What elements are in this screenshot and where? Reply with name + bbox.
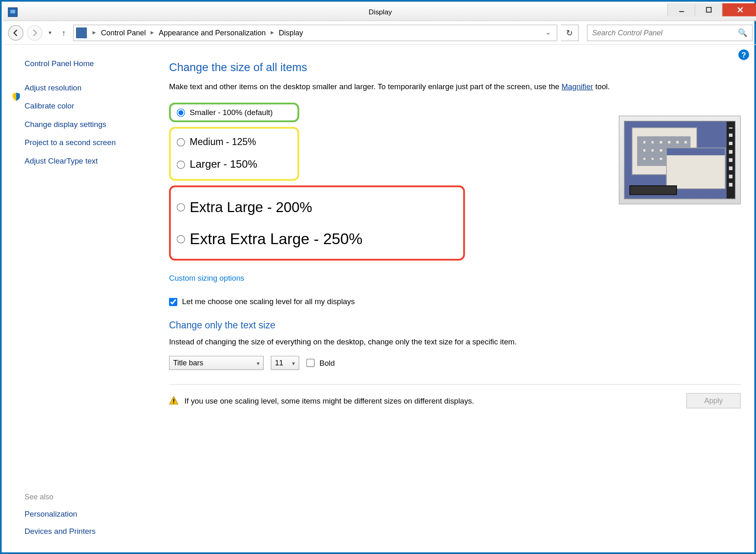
radio-extra-extra-large-250[interactable]: Extra Extra Large - 250% xyxy=(177,230,457,248)
maximize-button[interactable] xyxy=(695,3,722,16)
chevron-right-icon: ▸ xyxy=(268,29,276,37)
shield-icon xyxy=(12,92,21,102)
up-button[interactable]: ↑ xyxy=(58,27,70,39)
bold-checkbox[interactable] xyxy=(306,359,315,367)
see-also-header: See also xyxy=(25,493,96,501)
item-dropdown[interactable]: Title bars xyxy=(169,356,264,370)
sidebar-home[interactable]: Control Panel Home xyxy=(25,59,161,68)
breadcrumb-control-panel[interactable]: Control Panel xyxy=(100,28,147,37)
app-icon xyxy=(8,7,18,16)
svg-rect-1 xyxy=(706,7,711,12)
titlebar: Display xyxy=(3,3,756,21)
apply-button[interactable]: Apply xyxy=(686,393,741,409)
refresh-button[interactable]: ↻ xyxy=(561,24,579,41)
page-heading: Change the size of all items xyxy=(169,61,741,74)
sidebar-adjust-resolution[interactable]: Adjust resolution xyxy=(25,83,161,92)
radio-smaller-100[interactable]: Smaller - 100% (default) xyxy=(177,108,292,117)
warning-icon xyxy=(169,396,179,406)
custom-sizing-link[interactable]: Custom sizing options xyxy=(169,274,244,283)
see-also-personalization[interactable]: Personalization xyxy=(25,510,96,519)
sidebar-adjust-cleartype[interactable]: Adjust ClearType text xyxy=(25,157,161,166)
see-also-devices-printers[interactable]: Devices and Printers xyxy=(25,527,96,536)
chevron-right-icon: ▸ xyxy=(148,29,156,37)
location-icon xyxy=(76,27,87,38)
one-scaling-checkbox[interactable] xyxy=(169,298,177,306)
size-dropdown[interactable]: 11 xyxy=(271,356,299,370)
address-bar[interactable]: ▸ Control Panel ▸ Appearance and Persona… xyxy=(73,24,557,41)
chevron-right-icon: ▸ xyxy=(90,29,99,37)
navbar: ▾ ↑ ▸ Control Panel ▸ Appearance and Per… xyxy=(3,21,756,45)
section-heading-text-size: Change only the text size xyxy=(169,321,741,331)
search-input[interactable] xyxy=(592,28,738,37)
forward-button[interactable] xyxy=(27,25,42,40)
window-title: Display xyxy=(369,8,392,16)
page-description: Make text and other items on the desktop… xyxy=(169,81,631,92)
radio-medium-125[interactable]: Medium - 125% xyxy=(177,137,292,148)
display-preview xyxy=(619,115,741,204)
breadcrumb-display[interactable]: Display xyxy=(278,28,304,37)
text-size-description: Instead of changing the size of everythi… xyxy=(169,337,631,348)
search-box[interactable]: 🔍 xyxy=(587,24,753,41)
svg-rect-5 xyxy=(173,403,174,404)
svg-rect-4 xyxy=(173,399,174,402)
magnifier-link[interactable]: Magnifier xyxy=(561,82,593,91)
close-button[interactable] xyxy=(722,3,756,16)
back-button[interactable] xyxy=(8,25,23,40)
minimize-button[interactable] xyxy=(668,3,695,16)
sidebar-change-display-settings[interactable]: Change display settings xyxy=(25,120,161,129)
recent-dropdown[interactable]: ▾ xyxy=(46,29,54,36)
radio-larger-150[interactable]: Larger - 150% xyxy=(177,158,292,171)
search-icon: 🔍 xyxy=(738,28,747,37)
breadcrumb-appearance[interactable]: Appearance and Personalization xyxy=(158,28,267,37)
sidebar-project-second-screen[interactable]: Project to a second screen xyxy=(25,138,161,147)
main-content: Change the size of all items Make text a… xyxy=(169,45,756,554)
address-dropdown[interactable]: ⌄ xyxy=(542,29,554,37)
sidebar-calibrate-color[interactable]: Calibrate color xyxy=(25,102,161,111)
one-scaling-label: Let me choose one scaling level for all … xyxy=(182,297,355,306)
warning-text: If you use one scaling level, some items… xyxy=(184,397,680,406)
radio-extra-large-200[interactable]: Extra Large - 200% xyxy=(177,199,457,216)
sidebar: Control Panel Home Adjust resolution Cal… xyxy=(3,45,169,554)
bold-label: Bold xyxy=(319,359,334,368)
